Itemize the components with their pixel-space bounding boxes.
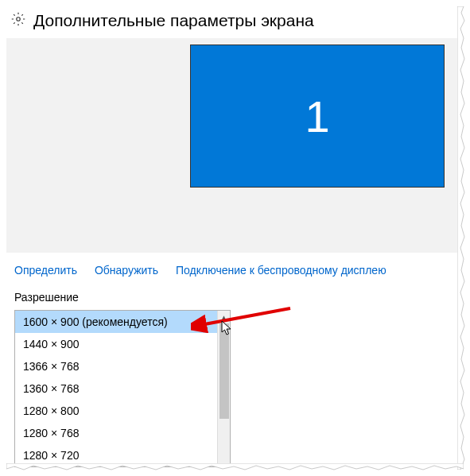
- header: Дополнительные параметры экрана: [6, 6, 464, 38]
- resolution-option[interactable]: 1440 × 900: [15, 333, 230, 355]
- resolution-dropdown[interactable]: 1600 × 900 (рекомендуется) 1440 × 900 13…: [14, 310, 231, 467]
- resolution-list: 1600 × 900 (рекомендуется) 1440 × 900 13…: [14, 310, 231, 467]
- resolution-option[interactable]: 1366 × 768: [15, 355, 230, 377]
- action-links: Определить Обнаружить Подключение к бесп…: [6, 253, 464, 286]
- svg-point-0: [17, 17, 21, 21]
- identify-link[interactable]: Определить: [14, 264, 77, 277]
- gear-icon: [11, 12, 25, 29]
- resolution-label: Разрешение: [6, 286, 464, 308]
- detect-link[interactable]: Обнаружить: [95, 264, 158, 277]
- display-arrangement-area: 1: [6, 38, 459, 253]
- resolution-option[interactable]: 1600 × 900 (рекомендуется): [15, 311, 230, 333]
- resolution-option[interactable]: 1360 × 768: [15, 377, 230, 400]
- scrollbar[interactable]: ▲: [217, 311, 230, 466]
- monitor-1[interactable]: 1: [190, 45, 445, 188]
- settings-window: Дополнительные параметры экрана 1 Опреде…: [6, 6, 464, 470]
- resolution-option[interactable]: 1280 × 768: [15, 422, 230, 444]
- monitor-number: 1: [305, 91, 329, 142]
- resolution-option[interactable]: 1280 × 720: [15, 444, 230, 466]
- scroll-up-icon[interactable]: ▲: [218, 311, 230, 323]
- scroll-thumb[interactable]: [219, 323, 229, 419]
- wireless-display-link[interactable]: Подключение к беспроводному дисплею: [176, 264, 386, 277]
- resolution-option[interactable]: 1280 × 800: [15, 400, 230, 422]
- page-title: Дополнительные параметры экрана: [33, 11, 314, 30]
